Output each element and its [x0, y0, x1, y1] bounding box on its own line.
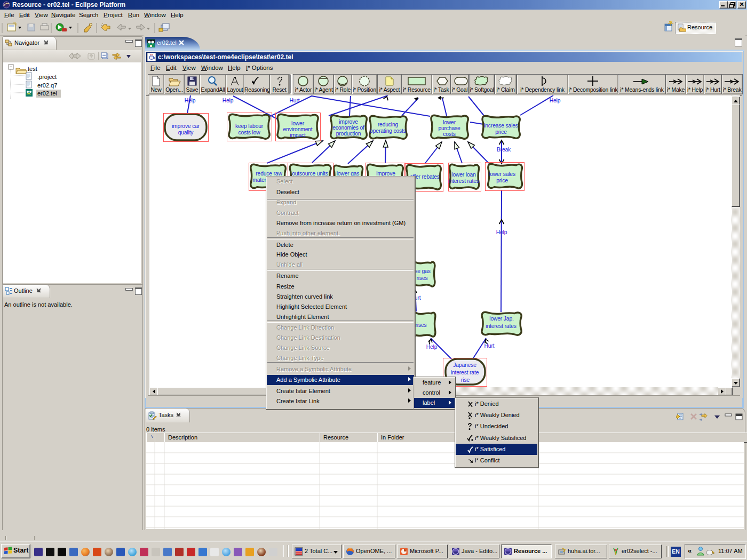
svg-text:rise: rise: [461, 377, 470, 383]
svg-text:rises: rises: [416, 322, 427, 328]
svg-text:costs low: costs low: [239, 130, 261, 135]
svg-text:production: production: [336, 131, 361, 137]
svg-text:Japanese: Japanese: [453, 362, 476, 368]
svg-text:keep labour: keep labour: [235, 123, 264, 129]
svg-text:Help: Help: [496, 229, 507, 235]
svg-text:se gas: se gas: [415, 268, 430, 274]
svg-text:rises: rises: [417, 275, 428, 281]
svg-text:Hurt: Hurt: [484, 343, 495, 349]
svg-text:Break: Break: [497, 147, 511, 153]
svg-text:increase sales: increase sales: [484, 123, 518, 129]
svg-text:lower Jap.: lower Jap.: [489, 316, 513, 322]
svg-text:economies of: economies of: [332, 125, 364, 131]
svg-text:operating costs: operating costs: [370, 128, 406, 134]
svg-text:improve car: improve car: [172, 123, 200, 129]
svg-text:interest rates: interest rates: [486, 323, 516, 329]
svg-text:costs: costs: [443, 131, 455, 137]
svg-text:reducing: reducing: [378, 122, 399, 127]
svg-text:Help: Help: [222, 98, 234, 103]
svg-text:interest rate: interest rate: [451, 370, 479, 375]
svg-text:improve: improve: [339, 119, 358, 125]
svg-text:Help: Help: [426, 344, 438, 350]
svg-text:interest rates: interest rates: [448, 178, 479, 184]
svg-text:price: price: [495, 129, 507, 135]
svg-text:quality: quality: [178, 130, 194, 135]
svg-text:Help: Help: [185, 98, 196, 103]
svg-text:purchase: purchase: [438, 125, 460, 131]
svg-text:Hurt: Hurt: [290, 98, 300, 103]
svg-text:Help: Help: [550, 98, 561, 103]
svg-text:lower loan: lower loan: [451, 172, 476, 178]
svg-text:price: price: [496, 178, 508, 183]
svg-text:lower: lower: [443, 119, 456, 125]
svg-text:lower sales: lower sales: [489, 171, 515, 177]
svg-text:impact: impact: [290, 132, 306, 138]
svg-text:lower: lower: [291, 121, 305, 126]
svg-text:environment: environment: [283, 126, 312, 132]
